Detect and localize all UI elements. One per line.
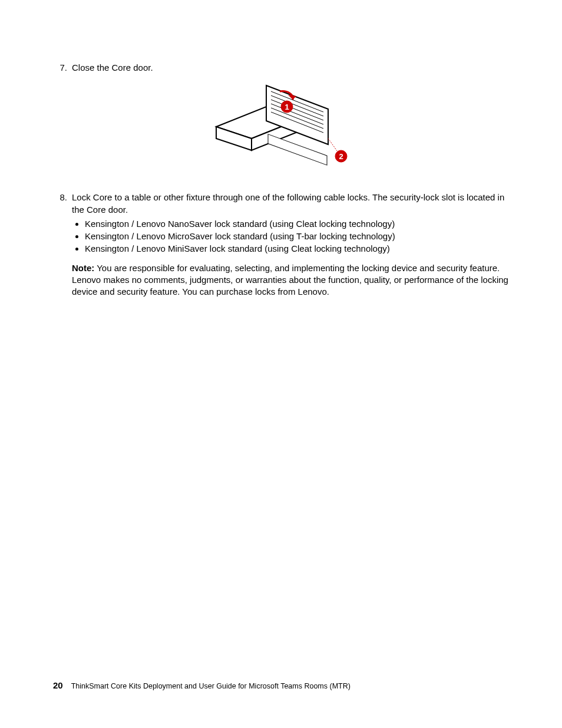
step-7-number: 7. (53, 62, 72, 74)
note-text: You are responsible for evaluating, sele… (72, 263, 508, 297)
core-door-diagram-icon: 1 2 (210, 80, 352, 180)
page-footer: 20 ThinkSmart Core Kits Deployment and U… (53, 680, 351, 691)
note-label: Note: (72, 263, 94, 273)
step-8-body: Lock Core to a table or other fixture th… (72, 192, 509, 298)
callout-2-label: 2 (339, 152, 343, 161)
bullet-microsaver: Kensington / Lenovo MicroSaver lock stan… (85, 230, 509, 242)
figure-close-core-door: 1 2 (53, 80, 509, 180)
callout-1-label: 1 (285, 103, 289, 111)
step-7-text: Close the Core door. (72, 62, 509, 74)
page: 7. Close the Core door. (0, 0, 562, 728)
step-8-bullets: Kensington / Lenovo NanoSaver lock stand… (72, 218, 509, 255)
step-8-number: 8. (53, 192, 72, 298)
page-number: 20 (53, 680, 63, 691)
bullet-nanosaver: Kensington / Lenovo NanoSaver lock stand… (85, 218, 509, 230)
bullet-minisaver: Kensington / Lenovo MiniSaver lock stand… (85, 243, 509, 255)
step-7: 7. Close the Core door. (53, 62, 509, 74)
svg-line-12 (328, 139, 339, 153)
step-8: 8. Lock Core to a table or other fixture… (53, 192, 509, 298)
step-8-note: Note: You are responsible for evaluating… (72, 262, 509, 298)
step-8-intro: Lock Core to a table or other fixture th… (72, 192, 509, 216)
footer-title: ThinkSmart Core Kits Deployment and User… (71, 681, 351, 691)
